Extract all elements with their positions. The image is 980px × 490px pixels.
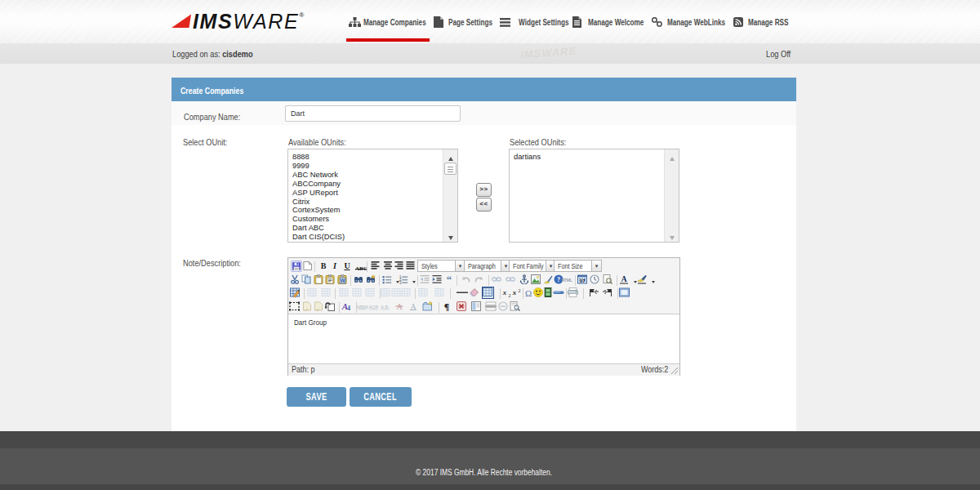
svg-text:x: x — [501, 288, 506, 296]
svg-text:ABBR: ABBR — [356, 305, 368, 310]
svg-text:“: “ — [447, 274, 452, 284]
svg-text:A: A — [410, 302, 416, 311]
svg-text:2: 2 — [518, 288, 520, 293]
svg-text:x: x — [511, 288, 516, 296]
svg-text:4: 4 — [347, 305, 350, 312]
svg-text:W: W — [340, 278, 345, 283]
svg-text:¶: ¶ — [444, 301, 449, 311]
svg-text:HTML: HTML — [561, 278, 572, 283]
svg-text:A.B.: A.B. — [381, 305, 390, 310]
svg-text:17: 17 — [580, 278, 586, 283]
svg-text:3: 3 — [399, 281, 402, 284]
svg-text:Ω: Ω — [525, 288, 532, 298]
svg-text:ACR: ACR — [369, 305, 379, 310]
svg-text:A: A — [621, 274, 627, 283]
